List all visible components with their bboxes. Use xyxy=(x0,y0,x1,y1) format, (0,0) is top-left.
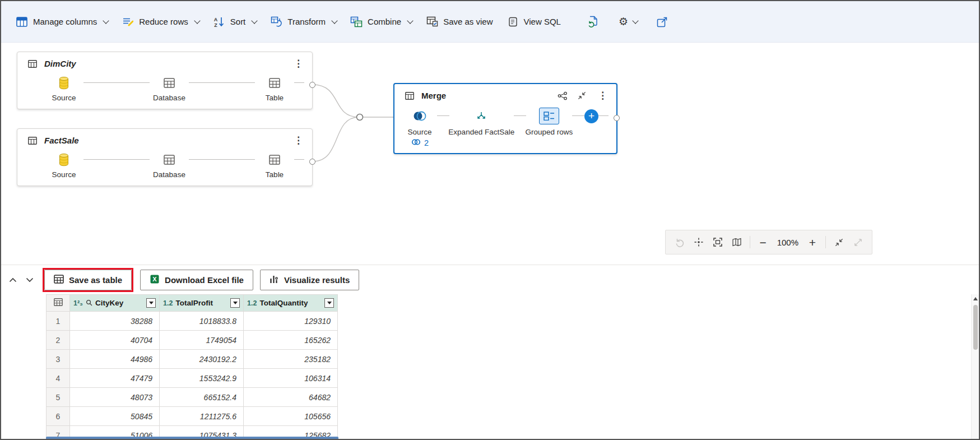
reduce-rows-icon xyxy=(122,16,134,28)
expand-all-icon[interactable] xyxy=(852,234,864,250)
center-diagram-icon[interactable] xyxy=(693,234,705,250)
horizontal-scrollbar[interactable] xyxy=(46,437,407,439)
data-cell[interactable]: 50845 xyxy=(70,407,160,426)
output-port[interactable] xyxy=(614,115,620,121)
triangle-down-icon xyxy=(327,302,332,304)
bar-chart-icon xyxy=(270,275,279,285)
grouped-rows-icon xyxy=(544,112,555,121)
step-table[interactable]: Table xyxy=(255,152,294,179)
reference-icon[interactable] xyxy=(555,91,570,100)
open-in-new-window-icon[interactable] xyxy=(657,16,668,27)
step-source[interactable]: Source xyxy=(44,152,83,179)
step-expanded-factsale[interactable]: Expanded FactSale xyxy=(449,108,514,136)
data-cell[interactable]: 105656 xyxy=(244,407,338,426)
collapse-pane-chevron-up[interactable] xyxy=(9,277,17,282)
filter-dropdown-button[interactable] xyxy=(324,298,334,308)
settings-menu[interactable]: ⚙ xyxy=(619,16,638,27)
row-number-cell[interactable]: 6 xyxy=(47,407,70,426)
step-database[interactable]: Database xyxy=(150,152,189,179)
data-cell[interactable]: 38288 xyxy=(70,312,160,331)
query-card-factsale[interactable]: FactSale ⋮ Source Database xyxy=(17,128,313,186)
step-connector xyxy=(294,82,304,83)
add-step-button[interactable]: + xyxy=(584,109,598,123)
output-port[interactable] xyxy=(309,82,315,88)
data-cell[interactable]: 106314 xyxy=(244,369,338,388)
references-link[interactable]: 2 xyxy=(394,137,616,153)
data-cell[interactable]: 1749054 xyxy=(160,331,244,350)
more-options-icon[interactable]: ⋮ xyxy=(593,90,612,101)
undo-layout-icon[interactable] xyxy=(674,234,686,250)
vertical-scrollbar[interactable] xyxy=(971,294,979,439)
toolbar-item-label: Combine xyxy=(368,17,401,26)
query-card-merge[interactable]: Merge ⋮ Source xyxy=(393,83,617,154)
filter-dropdown-button[interactable] xyxy=(230,298,240,308)
save-as-table-button[interactable]: Save as table xyxy=(44,270,132,290)
expand-column-icon xyxy=(476,108,487,124)
database-table-icon xyxy=(164,76,175,90)
save-as-view-button[interactable]: Save as view xyxy=(419,11,499,33)
chevron-down-icon xyxy=(407,17,413,24)
table-icon xyxy=(402,92,417,100)
grid-corner-cell[interactable] xyxy=(47,295,70,312)
transform-menu[interactable]: Transform xyxy=(263,11,343,33)
output-port[interactable] xyxy=(309,159,315,165)
refresh-script-icon[interactable] xyxy=(588,16,600,28)
download-excel-button[interactable]: X Download Excel file xyxy=(140,270,253,290)
visualize-results-button[interactable]: Visualize results xyxy=(260,270,359,290)
more-options-icon[interactable]: ⋮ xyxy=(289,58,308,70)
diagram-canvas[interactable]: DimCity ⋮ Source Database xyxy=(1,43,979,265)
data-cell[interactable]: 1018833.8 xyxy=(160,312,244,331)
step-database[interactable]: Database xyxy=(150,76,189,102)
scrollbar-thumb[interactable] xyxy=(46,437,338,439)
scrollbar-thumb[interactable] xyxy=(973,305,978,350)
step-merge-source[interactable]: Source xyxy=(402,108,437,136)
zoom-level[interactable]: 100% xyxy=(776,238,800,247)
data-cell[interactable]: 129310 xyxy=(244,312,338,331)
scroll-up-arrow[interactable] xyxy=(973,297,978,300)
chevron-down-icon xyxy=(252,17,258,24)
transform-icon xyxy=(270,16,282,28)
data-cell[interactable]: 165262 xyxy=(244,331,338,350)
step-table[interactable]: Table xyxy=(255,76,294,102)
data-cell[interactable]: 235182 xyxy=(244,350,338,369)
data-cell[interactable]: 40704 xyxy=(70,331,160,350)
data-source-icon xyxy=(58,152,69,167)
row-number-cell[interactable]: 4 xyxy=(47,369,70,388)
data-cell[interactable]: 48073 xyxy=(70,388,160,407)
step-connector xyxy=(572,115,584,116)
data-cell[interactable]: 44986 xyxy=(70,350,160,369)
data-cell[interactable]: 665152.4 xyxy=(160,388,244,407)
column-header-totalprofit[interactable]: 1.2 TotalProfit xyxy=(160,295,244,312)
data-cell[interactable]: 2430192.2 xyxy=(160,350,244,369)
row-number-cell[interactable]: 5 xyxy=(47,388,70,407)
data-cell[interactable]: 1553242.9 xyxy=(160,369,244,388)
expand-pane-chevron-down[interactable] xyxy=(26,277,34,282)
zoom-in-button[interactable]: + xyxy=(806,234,819,250)
row-number-cell[interactable]: 2 xyxy=(47,331,70,350)
collapse-card-icon[interactable] xyxy=(575,91,589,100)
reduce-rows-menu[interactable]: Reduce rows xyxy=(115,11,206,33)
database-table-icon xyxy=(164,152,175,167)
sort-menu[interactable]: AZ Sort xyxy=(206,11,264,33)
fit-to-screen-icon[interactable] xyxy=(712,234,724,250)
combine-menu[interactable]: Combine xyxy=(343,11,419,33)
data-cell[interactable]: 64682 xyxy=(244,388,338,407)
more-options-icon[interactable]: ⋮ xyxy=(289,135,308,146)
column-header-totalquantity[interactable]: 1.2 TotalQuantity xyxy=(244,295,338,312)
row-number-cell[interactable]: 1 xyxy=(47,312,70,331)
minimap-icon[interactable] xyxy=(731,234,743,250)
zoom-out-button[interactable]: − xyxy=(757,234,769,250)
manage-columns-menu[interactable]: Manage columns xyxy=(9,11,115,33)
step-source[interactable]: Source xyxy=(44,76,83,102)
step-connector xyxy=(189,82,255,83)
query-card-dimcity[interactable]: DimCity ⋮ Source Database xyxy=(17,52,313,109)
view-sql-button[interactable]: View SQL xyxy=(500,11,568,33)
collapse-all-icon[interactable] xyxy=(833,234,845,250)
row-number-cell[interactable]: 3 xyxy=(47,350,70,369)
column-header-citykey[interactable]: 1²₃ CityKey xyxy=(70,295,160,312)
references-count: 2 xyxy=(424,138,429,147)
data-cell[interactable]: 1211275.6 xyxy=(160,407,244,426)
data-cell[interactable]: 47479 xyxy=(70,369,160,388)
step-grouped-rows-selected[interactable]: Grouped rows xyxy=(526,108,572,136)
filter-dropdown-button[interactable] xyxy=(146,298,156,308)
